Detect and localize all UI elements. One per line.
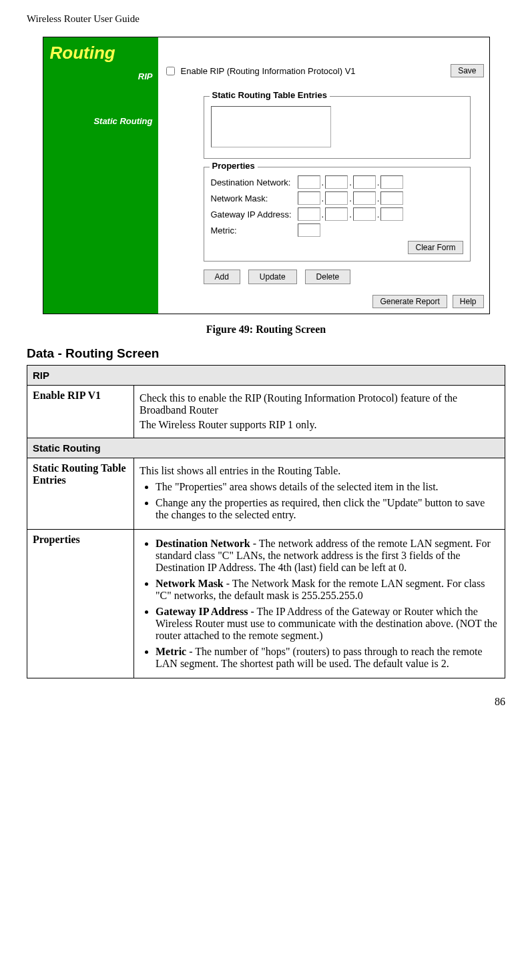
r1-p1: Check this to enable the RIP (Routing In… [140, 392, 499, 416]
r1-p2: The Wireless Router supports RIP 1 only. [140, 419, 499, 431]
delete-button[interactable]: Delete [305, 270, 351, 284]
gw-ip-label: Gateway IP Address: [211, 209, 298, 219]
dest-octet-3[interactable] [353, 175, 376, 189]
r2-p1: This list shows all entries in the Routi… [140, 465, 499, 477]
help-button[interactable]: Help [453, 295, 484, 308]
generate-report-button[interactable]: Generate Report [372, 295, 447, 308]
r2-b2: Change any the properties as required, t… [156, 497, 499, 521]
entries-fieldset-title: Static Routing Table Entries [210, 90, 330, 100]
r3-b3-strong: Gateway IP Address [156, 606, 248, 617]
rip-checkbox-label: Enable RIP (Routing Information Protocol… [181, 66, 356, 76]
properties-fieldset-title: Properties [210, 161, 258, 171]
gw-octet-1[interactable] [298, 207, 320, 221]
net-mask-label: Network Mask: [211, 193, 298, 203]
r3-b1: Destination Network - The network addres… [156, 538, 499, 574]
row-entries-label: Static Routing Table Entries [27, 458, 134, 530]
metric-input[interactable] [298, 223, 320, 237]
r3-b4-rest: - The number of "hops" (routers) to pass… [156, 646, 483, 669]
main-panel: Enable RIP (Routing Information Protocol… [158, 37, 489, 314]
gw-octet-4[interactable] [380, 207, 403, 221]
sidebar: Routing RIP Static Routing [43, 37, 158, 314]
dest-octet-2[interactable] [325, 175, 348, 189]
sidebar-rip-label: RIP [47, 71, 154, 81]
doc-header: Wireless Router User Guide [27, 13, 505, 25]
r3-b4: Metric - The number of "hops" (routers) … [156, 646, 499, 670]
rip-checkbox[interactable] [166, 67, 175, 75]
panel-title: Routing [50, 43, 154, 63]
metric-label: Metric: [211, 225, 298, 235]
section-heading: Data - Routing Screen [27, 346, 505, 361]
data-routing-table: RIP Enable RIP V1 Check this to enable t… [27, 365, 505, 678]
sidebar-static-label: Static Routing [47, 116, 154, 126]
entries-fieldset: Static Routing Table Entries [204, 96, 471, 159]
r3-b3: Gateway IP Address - The IP Address of t… [156, 606, 499, 642]
mask-octet-3[interactable] [353, 191, 376, 205]
r3-b2-strong: Network Mask [156, 578, 224, 589]
table-section-rip: RIP [27, 366, 505, 386]
gw-octet-3[interactable] [353, 207, 376, 221]
dest-network-label: Destination Network: [211, 177, 298, 187]
row-properties-label: Properties [27, 530, 134, 678]
dest-octet-4[interactable] [380, 175, 403, 189]
table-section-static: Static Routing [27, 438, 505, 458]
properties-fieldset: Properties Destination Network: . . . Ne… [204, 167, 471, 262]
clear-form-button[interactable]: Clear Form [408, 241, 463, 254]
row-enable-rip-desc: Check this to enable the RIP (Routing In… [134, 386, 505, 438]
r3-b4-strong: Metric [156, 646, 186, 657]
r3-b1-strong: Destination Network [156, 538, 250, 549]
update-button[interactable]: Update [248, 270, 297, 284]
r3-b2: Network Mask - The Network Mask for the … [156, 578, 499, 602]
r2-b1: The "Properties" area shows details of t… [156, 481, 499, 493]
dest-octet-1[interactable] [298, 175, 320, 189]
mask-octet-4[interactable] [380, 191, 403, 205]
row-entries-desc: This list shows all entries in the Routi… [134, 458, 505, 530]
row-properties-desc: Destination Network - The network addres… [134, 530, 505, 678]
page-number: 86 [27, 696, 505, 708]
mask-octet-1[interactable] [298, 191, 320, 205]
entries-listbox[interactable] [211, 106, 331, 147]
save-button[interactable]: Save [451, 64, 483, 77]
gw-octet-2[interactable] [325, 207, 348, 221]
row-enable-rip-label: Enable RIP V1 [27, 386, 134, 438]
figure-caption: Figure 49: Routing Screen [27, 324, 505, 336]
routing-screenshot: Routing RIP Static Routing Enable RIP (R… [43, 37, 490, 314]
mask-octet-2[interactable] [325, 191, 348, 205]
add-button[interactable]: Add [204, 270, 240, 284]
